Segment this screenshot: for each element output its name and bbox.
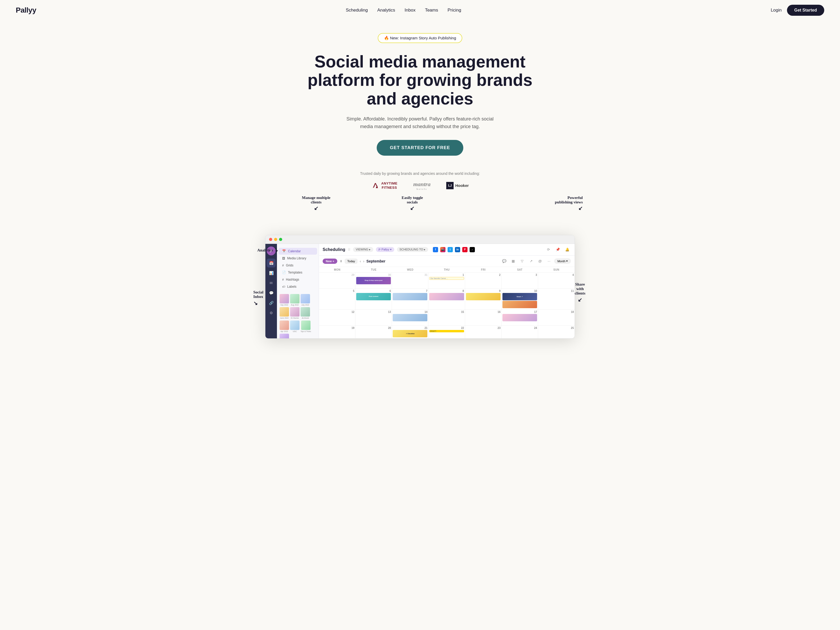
logo[interactable]: Pallyy [16, 6, 36, 14]
login-link[interactable]: Login [771, 8, 782, 13]
cal-cell-sep8[interactable]: 8 [428, 289, 465, 309]
thumb-ig-stories[interactable]: IG Stories [290, 307, 300, 319]
left-nav-hashtags[interactable]: # Hashtags [278, 276, 317, 283]
pallyy-chip-label: P [379, 248, 381, 251]
cal-cell-sep24[interactable]: 24 [502, 326, 538, 338]
sidebar-icon-calendar[interactable]: 📅 [267, 259, 276, 267]
left-nav-templates[interactable]: 📄 Templates [278, 269, 317, 276]
cal-cell-sep12[interactable]: 12 [319, 310, 355, 325]
cal-cell-sep20[interactable]: 20 [355, 326, 392, 338]
lj-box: LJ [446, 182, 453, 189]
thumb-tips-tricks[interactable]: Tips & Tricks [300, 321, 311, 333]
left-nav-labels[interactable]: 🏷 Labels [278, 283, 317, 290]
twitter-icon[interactable]: t [447, 246, 453, 253]
cal-cell-aug29[interactable]: 29 [319, 273, 355, 289]
cal-cell-sep6[interactable]: 6 Post content [355, 289, 392, 309]
hero-cta-button[interactable]: GET STARTED FOR FREE [377, 140, 463, 156]
thumb-sep-2022[interactable]: Sep 2022 [279, 294, 289, 306]
next-month-button[interactable]: › [363, 259, 364, 263]
sidebar-icon-analytics[interactable]: 📊 [267, 268, 276, 278]
cal-cell-sep15[interactable]: 15 [428, 310, 465, 325]
cal-cell-sep19[interactable]: 19 [319, 326, 355, 338]
linkedin-icon[interactable]: in [455, 246, 461, 253]
thumb-aug-2022[interactable]: Aug 2022 [290, 294, 300, 306]
cal-cell-aug30[interactable]: 30 Drag & drop canva post [355, 273, 392, 289]
cal-cell-sep25[interactable]: 25 [538, 326, 575, 338]
logo-anytime-fitness: ANYTIME FITNESS [371, 182, 398, 190]
cal-cell-sep5[interactable]: 5 [319, 289, 355, 309]
nav-scheduling[interactable]: Scheduling [346, 8, 368, 13]
cal-cell-sep9[interactable]: 9 [465, 289, 502, 309]
filter-icon[interactable]: ▽ [518, 257, 526, 265]
instagram-icon[interactable]: 📷 [440, 246, 446, 253]
navigation: Pallyy Scheduling Analytics Inbox Teams … [0, 0, 840, 21]
cal-cell-sep11[interactable]: 11 [538, 289, 575, 309]
cal-cell-sep13[interactable]: 13 [355, 310, 392, 325]
cal-cell-sep14[interactable]: 14 [392, 310, 428, 325]
more-icon[interactable]: ··· [545, 257, 553, 265]
cal-cell-sep21[interactable]: 21 ✓ Checklist [392, 326, 428, 338]
thumb-june-2022[interactable]: June 2022 [279, 307, 289, 319]
bell-icon[interactable]: 🔔 [564, 246, 571, 253]
thumb-ugc-label: UGC [293, 330, 297, 333]
cal-cell-sep7[interactable]: 7 [392, 289, 428, 309]
callout-share-clients: Share with clients ↙ [575, 282, 585, 303]
topbar-menu-icon: ☰ [348, 248, 351, 251]
thumb-july-2022[interactable]: July 2022 [300, 294, 310, 306]
pin-icon[interactable]: 📌 [554, 246, 562, 253]
viewing-label: VIEWING ▸ [356, 248, 371, 251]
calendar-header-row: MON TUE WED THU FRI SAT SUN [319, 267, 575, 273]
post-sep9 [466, 293, 501, 300]
cal-cell-sep22[interactable]: 22 DRAFT: [428, 326, 465, 338]
cal-cell-sep16[interactable]: 16 [465, 310, 502, 325]
thumb-ugc[interactable]: UGC [290, 321, 300, 333]
left-nav-hashtags-label: Hashtags [286, 278, 299, 281]
at-icon[interactable]: @ [536, 257, 544, 265]
nav-teams[interactable]: Teams [425, 8, 438, 13]
tiktok-icon[interactable]: ♪ [469, 246, 475, 253]
new-post-button[interactable]: New + [323, 259, 337, 264]
cal-cell-sep1[interactable]: 1 Our favorite Canva ... [428, 273, 465, 289]
prev-month-button[interactable]: ‹ [360, 259, 361, 263]
comment-icon[interactable]: 💬 [501, 257, 508, 265]
refresh-icon[interactable]: ⟳ [545, 246, 552, 253]
sidebar-icon-inbox[interactable]: 💬 [267, 289, 276, 297]
cal-cell-sep2[interactable]: 2 [465, 273, 502, 289]
nav-pricing[interactable]: Pricing [448, 8, 461, 13]
thumb-apr-img [279, 321, 289, 330]
sidebar-icon-send[interactable]: ✉ [267, 278, 276, 287]
templates-icon: 📄 [282, 271, 286, 274]
left-nav-calendar[interactable]: 📅 Calendar [278, 248, 317, 255]
share-icon[interactable]: ↗ [527, 257, 535, 265]
window-close-dot [269, 238, 272, 241]
grid-view-icon[interactable]: ▦ [510, 257, 517, 265]
cal-cell-sep23[interactable]: 23 [465, 326, 502, 338]
thumb-ig-img [290, 307, 300, 317]
cal-cell-sep18[interactable]: 18 [538, 310, 575, 325]
thumb-campaigns[interactable]: Campaigns [279, 334, 289, 339]
hooker-text: Hooker [455, 183, 469, 188]
pinterest-icon[interactable]: P [462, 246, 468, 253]
cal-cell-sep3[interactable]: 3 [502, 273, 538, 289]
today-button[interactable]: Today [345, 259, 357, 264]
pause-button[interactable]: ⏸ [339, 259, 343, 263]
facebook-icon[interactable]: f [432, 246, 439, 253]
left-nav-media-library[interactable]: 🖼 Media Library [278, 255, 317, 262]
cal-cell-sep4[interactable]: 4 [538, 273, 575, 289]
thumb-archived[interactable]: Archived [300, 307, 310, 319]
thumb-apr-2022[interactable]: Apr 2022 [279, 321, 289, 333]
sidebar-icon-settings[interactable]: ⚙ [267, 308, 276, 317]
cal-cell-sep17[interactable]: 17 [502, 310, 538, 325]
cal-cell-sep10[interactable]: 10 Smart ✓ [502, 289, 538, 309]
nav-inbox[interactable]: Inbox [404, 8, 415, 13]
nav-analytics[interactable]: Analytics [377, 8, 395, 13]
sidebar-icon-link[interactable]: 🔗 [267, 298, 276, 307]
calendar-icon: 📅 [282, 249, 286, 253]
month-view-button[interactable]: Month ▾ [554, 258, 571, 264]
get-started-nav-button[interactable]: Get Started [787, 5, 824, 16]
trusted-section: Trusted daily by growing brands and agen… [0, 161, 840, 193]
cal-cell-aug31[interactable]: 31 [392, 273, 428, 289]
left-nav-media-label: Media Library [287, 256, 306, 260]
pallyy-chip[interactable]: P Pallyy ▾ [376, 247, 394, 252]
left-nav-grids[interactable]: # Grids [278, 262, 317, 269]
